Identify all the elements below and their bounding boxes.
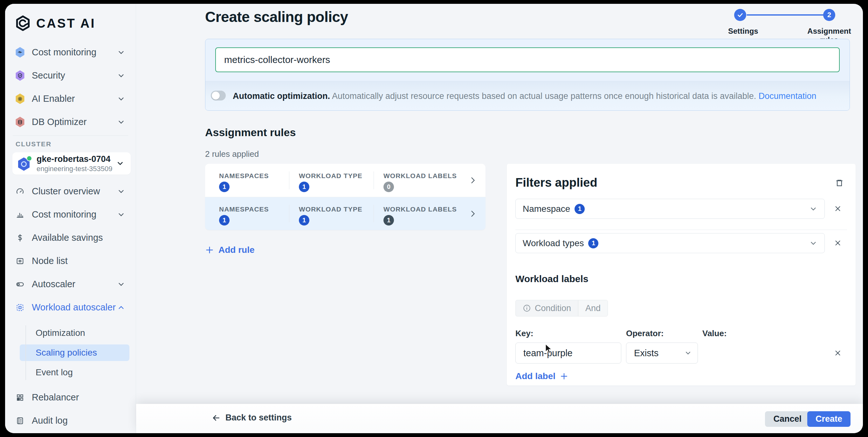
page-title: Create scaling policy	[205, 8, 348, 25]
workload-labels-count-badge: 0	[383, 182, 394, 192]
chevron-up-icon	[117, 303, 125, 312]
database-icon	[15, 117, 25, 127]
sidebar-item-label: Cost monitoring	[32, 209, 117, 220]
sidebar-item-cost-monitoring-org[interactable]: Cost monitoring	[5, 41, 136, 64]
sidebar-item-event-log[interactable]: Event log	[5, 363, 136, 382]
logo[interactable]: CAST AI	[5, 4, 136, 32]
filters-applied-panel: Filters applied Namespace 1 Workload typ…	[507, 164, 856, 385]
remove-namespace-filter-icon[interactable]	[834, 204, 842, 213]
sidebar-item-node-list[interactable]: Node list	[5, 249, 136, 272]
plus-icon	[560, 372, 568, 380]
namespaces-count-badge: 1	[219, 182, 229, 192]
auto-optimization-description: Automatically adjust resource requests b…	[330, 91, 758, 101]
cluster-section-label: CLUSTER	[16, 140, 136, 148]
sidebar-item-ai-enabler[interactable]: AI Enabler	[5, 87, 136, 110]
operator-select[interactable]: Exists	[626, 343, 698, 363]
condition-segment[interactable]: Condition	[516, 300, 578, 316]
add-rule-button[interactable]: Add rule	[205, 245, 255, 255]
rule-row-2[interactable]: NAMESPACES WORKLOAD TYPE WORKLOAD LABELS…	[205, 197, 486, 230]
create-button[interactable]: Create	[807, 411, 850, 427]
cancel-button[interactable]: Cancel	[765, 411, 810, 427]
castai-logo-icon	[14, 14, 31, 32]
workload-types-filter-dropdown[interactable]: Workload types 1	[516, 233, 825, 253]
rule-row-1[interactable]: NAMESPACES WORKLOAD TYPE WORKLOAD LABELS…	[205, 164, 486, 197]
sidebar-item-label: Available savings	[32, 233, 125, 243]
workload-labels-heading: Workload labels	[516, 273, 589, 284]
sidebar-item-autoscaler[interactable]: Autoscaler	[5, 272, 136, 296]
subnav-rail	[25, 325, 26, 380]
remove-workload-types-filter-icon[interactable]	[834, 239, 842, 247]
logo-text: CAST AI	[36, 16, 96, 31]
rules-list: NAMESPACES WORKLOAD TYPE WORKLOAD LABELS…	[205, 164, 486, 230]
operator-selected-value: Exists	[634, 348, 658, 358]
add-label-button[interactable]: Add label	[516, 371, 568, 381]
auto-optimization-toggle[interactable]	[211, 91, 226, 100]
documentation-link[interactable]: Documentation	[758, 91, 816, 101]
cluster-selector[interactable]: gke-robertas-0704 engineering-test-35350…	[12, 152, 131, 175]
node-square-icon	[15, 256, 25, 266]
main-content: Create scaling policy 2 Settings Assignm…	[136, 4, 863, 433]
app-window: CAST AI Cost monitoring Security	[5, 4, 863, 433]
workload-labels-count-badge: 1	[383, 215, 394, 226]
sidebar-item-workload-autoscaler[interactable]: Workload autoscaler	[5, 296, 136, 319]
chevron-down-icon	[684, 349, 692, 357]
policy-name-input[interactable]	[215, 48, 840, 72]
sidebar-item-label: Autoscaler	[32, 279, 117, 289]
sidebar-item-cluster-overview[interactable]: Cluster overview	[5, 180, 136, 203]
chevron-down-icon	[117, 71, 125, 80]
sidebar-item-audit-log[interactable]: Audit log	[5, 409, 136, 432]
chevron-down-icon	[117, 187, 125, 196]
workload-type-count-badge: 1	[299, 182, 309, 192]
sidebar-item-db-optimizer[interactable]: DB Optimizer	[5, 110, 136, 134]
namespaces-column-label: NAMESPACES	[219, 205, 269, 213]
document-icon	[15, 416, 25, 426]
chevron-right-icon[interactable]	[468, 176, 477, 185]
gke-cluster-icon	[18, 156, 31, 171]
arrow-left-icon	[211, 413, 221, 423]
sidebar-item-label: Node list	[32, 256, 125, 266]
cost-monitoring-icon	[15, 47, 25, 58]
chevron-down-icon	[809, 239, 817, 247]
and-segment[interactable]: And	[578, 300, 608, 316]
cluster-status-dot	[26, 155, 32, 161]
label-key-input[interactable]	[516, 343, 621, 363]
bottom-nav: Rebalancer Audit log	[5, 386, 136, 432]
workload-types-filter-label: Workload types	[523, 238, 584, 249]
chevron-down-icon	[809, 205, 817, 213]
condition-segmented-control: Condition And	[516, 300, 608, 317]
sidebar-item-security[interactable]: Security	[5, 64, 136, 87]
sidebar-item-label: Workload autoscaler	[32, 302, 117, 313]
cluster-name: gke-robertas-0704	[37, 154, 116, 164]
sidebar-item-optimization[interactable]: Optimization	[5, 323, 136, 343]
remove-label-row-icon[interactable]	[834, 349, 842, 357]
namespace-filter-count-badge: 1	[575, 204, 585, 214]
delete-rule-trash-icon[interactable]	[835, 178, 844, 188]
sidebar-item-label: Security	[32, 70, 117, 81]
back-to-settings-link[interactable]: Back to settings	[211, 413, 292, 423]
chevron-down-icon	[117, 210, 125, 219]
sidebar-item-cost-monitoring-cluster[interactable]: Cost monitoring	[5, 203, 136, 226]
workload-type-column-label: WORKLOAD TYPE	[299, 205, 363, 213]
sidebar-item-scaling-policies[interactable]: Scaling policies	[20, 345, 129, 361]
toggle-icon	[15, 280, 25, 289]
chevron-right-icon[interactable]	[468, 209, 477, 218]
step-assignment-circle[interactable]: 2	[823, 9, 835, 21]
toggle-knob	[212, 92, 220, 99]
sidebar-item-available-savings[interactable]: Available savings	[5, 226, 136, 249]
namespace-filter-dropdown[interactable]: Namespace 1	[516, 199, 825, 219]
plus-icon	[205, 245, 214, 255]
ai-sparkle-icon	[15, 93, 25, 104]
gauge-icon	[15, 187, 25, 196]
assignment-rules-heading: Assignment rules	[205, 126, 296, 139]
sidebar-item-label: Cluster overview	[32, 186, 117, 197]
auto-optimization-label: Automatic optimization.	[233, 91, 330, 101]
sidebar-item-rebalancer[interactable]: Rebalancer	[5, 386, 136, 409]
workload-type-column-label: WORKLOAD TYPE	[299, 172, 363, 180]
step-settings-circle[interactable]	[734, 9, 746, 21]
value-label: Value:	[702, 328, 727, 339]
cluster-project: engineering-test-353509	[37, 165, 116, 173]
namespace-filter-label: Namespace	[523, 204, 570, 214]
operator-label: Operator:	[626, 328, 663, 339]
info-icon	[523, 304, 531, 312]
workload-autoscaler-icon	[15, 303, 25, 312]
